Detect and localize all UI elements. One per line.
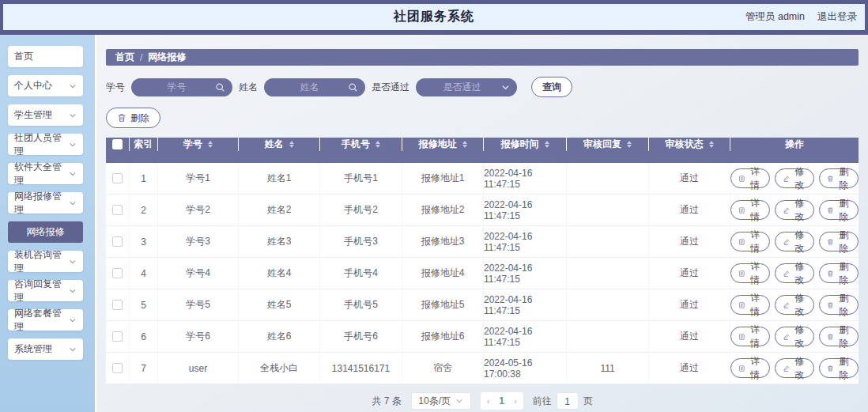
sidebar-item-2[interactable]: 学生管理 (8, 104, 83, 126)
sort-icon[interactable] (289, 141, 294, 148)
detail-button[interactable]: 详情 (730, 200, 770, 220)
edit-button[interactable]: 修改 (775, 327, 814, 346)
logout-link[interactable]: 退出登录 (817, 10, 857, 24)
row-checkbox[interactable] (112, 236, 123, 247)
goto-page-input[interactable]: 1 (557, 392, 579, 410)
row-checkbox[interactable] (112, 363, 123, 373)
table-row: 7user全栈小白13141516171宿舍2024-05-16 17:00:3… (106, 353, 859, 384)
row-checkbox[interactable] (112, 331, 123, 342)
edit-button[interactable]: 修改 (775, 232, 814, 251)
chevron-down-icon (69, 316, 77, 324)
breadcrumb-separator: / (140, 52, 142, 63)
row-actions-cell: 详情 修改 删除 (730, 321, 859, 352)
select-all-checkbox[interactable] (112, 139, 123, 149)
edit-button[interactable]: 修改 (775, 200, 814, 220)
detail-button[interactable]: 详情 (730, 168, 770, 188)
column-header-phone[interactable]: 手机号 (320, 138, 402, 151)
detail-button[interactable]: 详情 (730, 263, 770, 283)
column-header-status[interactable]: 审核状态 (649, 138, 730, 151)
sidebar-item-label: 咨询回复管理 (14, 278, 69, 304)
detail-button[interactable]: 详情 (730, 327, 770, 346)
detail-button[interactable]: 详情 (730, 358, 770, 378)
detail-icon (738, 332, 745, 342)
sidebar-item-0[interactable]: 首页 (8, 46, 83, 67)
cell-reply (567, 258, 649, 289)
column-header-address[interactable]: 报修地址 (402, 138, 484, 151)
delete-button[interactable]: 删除 (819, 263, 859, 283)
column-header-time[interactable]: 报修时间 (484, 138, 567, 151)
sidebar-item-9[interactable]: 网络套餐管理 (8, 309, 83, 331)
edit-button[interactable]: 修改 (775, 168, 814, 188)
column-header-checkbox[interactable] (106, 138, 130, 151)
page-unit-label: 页 (583, 395, 593, 408)
column-header-reply[interactable]: 审核回复 (567, 138, 649, 151)
row-actions-cell: 详情 修改 删除 (730, 163, 859, 194)
delete-icon (827, 364, 834, 373)
sidebar-item-5[interactable]: 网络报修管理 (8, 192, 83, 214)
cell-address: 报修地址1 (402, 163, 484, 194)
sidebar: 首页个人中心学生管理社团人员管理软件大全管理网络报修管理网络报修装机咨询管理咨询… (0, 35, 96, 412)
delete-button[interactable]: 删除 (819, 232, 859, 251)
cell-name: 姓名6 (239, 321, 320, 352)
detail-icon (738, 206, 745, 215)
column-header-student_id[interactable]: 学号 (158, 138, 239, 151)
sidebar-item-1[interactable]: 个人中心 (8, 75, 83, 96)
name-input[interactable]: 姓名 (264, 78, 365, 96)
chevron-down-icon (69, 141, 77, 149)
goto-page: 前往 1 页 (533, 392, 593, 410)
delete-button[interactable]: 删除 (819, 358, 859, 378)
total-count: 共 7 条 (372, 395, 401, 408)
edit-icon (783, 174, 790, 183)
edit-button[interactable]: 修改 (775, 295, 814, 315)
search-button[interactable]: 查询 (531, 77, 572, 97)
sidebar-item-label: 个人中心 (14, 79, 52, 93)
delete-button[interactable]: 删除 (819, 327, 859, 346)
current-page-button[interactable]: 1 (499, 395, 504, 406)
edit-button[interactable]: 修改 (775, 358, 814, 378)
sort-icon[interactable] (709, 141, 714, 148)
cell-time: 2022-04-16 11:47:15 (484, 258, 567, 289)
sort-icon[interactable] (376, 141, 380, 148)
row-checkbox[interactable] (112, 205, 123, 215)
search-icon (215, 82, 225, 93)
page-size-select[interactable]: 10条/页 (411, 392, 471, 410)
batch-delete-button[interactable]: 删除 (106, 108, 160, 128)
delete-button[interactable]: 删除 (819, 200, 859, 220)
delete-button[interactable]: 删除 (819, 295, 859, 315)
sort-icon[interactable] (545, 141, 549, 148)
chevron-down-icon (501, 83, 510, 92)
student-id-input[interactable]: 学号 (131, 78, 232, 96)
name-label: 姓名 (239, 81, 258, 94)
row-checkbox[interactable] (112, 300, 123, 310)
delete-button[interactable]: 删除 (819, 168, 859, 188)
sort-icon[interactable] (627, 141, 632, 148)
delete-icon (827, 300, 834, 310)
sidebar-item-3[interactable]: 社团人员管理 (8, 134, 83, 155)
passed-select[interactable]: 是否通过 (416, 78, 517, 96)
cell-address: 报修地址6 (402, 321, 484, 352)
column-header-name[interactable]: 姓名 (239, 138, 320, 151)
edit-button[interactable]: 修改 (775, 263, 814, 283)
cell-phone: 手机号3 (320, 226, 402, 257)
edit-icon (783, 364, 790, 373)
sort-icon[interactable] (462, 141, 467, 148)
sidebar-item-8[interactable]: 咨询回复管理 (8, 280, 83, 301)
detail-button[interactable]: 详情 (730, 232, 770, 251)
row-checkbox[interactable] (112, 173, 123, 183)
row-actions-cell: 详情 修改 删除 (730, 258, 859, 289)
sidebar-item-10[interactable]: 系统管理 (8, 338, 83, 360)
row-checkbox[interactable] (112, 268, 123, 278)
sidebar-item-active-6[interactable]: 网络报修 (8, 221, 83, 243)
edit-icon (783, 269, 790, 278)
chevron-down-icon (69, 258, 77, 266)
sidebar-item-label: 社团人员管理 (14, 131, 69, 158)
sidebar-item-4[interactable]: 软件大全管理 (8, 163, 83, 184)
row-checkbox-cell (106, 195, 130, 225)
prev-page-button[interactable]: ‹ (487, 396, 490, 406)
next-page-button[interactable]: › (514, 396, 517, 406)
sidebar-item-7[interactable]: 装机咨询管理 (8, 251, 83, 272)
detail-button[interactable]: 详情 (730, 295, 770, 315)
sort-icon[interactable] (208, 141, 213, 148)
breadcrumb-home[interactable]: 首页 (115, 51, 134, 64)
cell-address: 报修地址4 (402, 258, 484, 289)
